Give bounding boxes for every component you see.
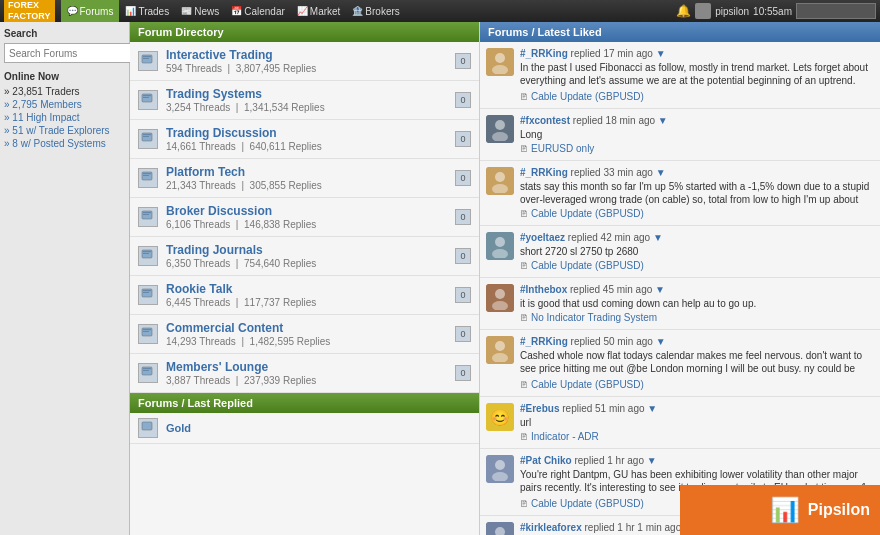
forum-badge: 0: [455, 209, 471, 225]
forum-name[interactable]: Trading Systems: [166, 87, 451, 101]
latest-liked-item[interactable]: #_RRKing replied 33 min ago ▼ stats say …: [480, 161, 880, 226]
online-now-title: Online Now: [4, 71, 125, 82]
sidebar-stat-link[interactable]: » 2,795 Members: [4, 99, 82, 110]
forum-name[interactable]: Trading Journals: [166, 243, 451, 257]
nav-item-news[interactable]: 📰News: [175, 0, 225, 22]
latest-liked-item[interactable]: #_RRKing replied 17 min ago ▼ In the pas…: [480, 42, 880, 109]
latest-thread-link[interactable]: 🖹EURUSD only: [520, 143, 874, 154]
forum-badge: 0: [455, 131, 471, 147]
latest-username[interactable]: #_RRKing: [520, 48, 568, 59]
arrow-icon: ▼: [656, 167, 666, 178]
latest-content: #yoeltaez replied 42 min ago ▼ short 272…: [520, 232, 874, 271]
link-icon: 🖹: [520, 261, 529, 271]
forum-name[interactable]: Members' Lounge: [166, 360, 451, 374]
svg-point-41: [492, 472, 508, 481]
latest-liked-item[interactable]: #_RRKing replied 50 min ago ▼ Cashed who…: [480, 330, 880, 397]
sidebar-stat-link[interactable]: » 51 w/ Trade Explorers: [4, 125, 110, 136]
nav-item-calendar[interactable]: 📅Calendar: [225, 0, 291, 22]
latest-liked-item[interactable]: 😊 #Erebus replied 51 min ago ▼ url 🖹Indi…: [480, 397, 880, 449]
forum-directory: Forum Directory Interactive Trading 594 …: [130, 22, 480, 535]
forum-list-item[interactable]: Trading Discussion 14,661 Threads | 640,…: [130, 120, 479, 159]
latest-text: it is good that usd coming down can help…: [520, 297, 874, 310]
forum-name[interactable]: Platform Tech: [166, 165, 451, 179]
sidebar-stat-link[interactable]: » 8 w/ Posted Systems: [4, 138, 106, 149]
latest-liked-item[interactable]: #fxcontest replied 18 min ago ▼ Long 🖹EU…: [480, 109, 880, 161]
forum-list-item[interactable]: Commercial Content 14,293 Threads | 1,48…: [130, 315, 479, 354]
forum-list-item[interactable]: Broker Discussion 6,106 Threads | 146,83…: [130, 198, 479, 237]
latest-username[interactable]: #Erebus: [520, 403, 559, 414]
forum-list-item[interactable]: Members' Lounge 3,887 Threads | 237,939 …: [130, 354, 479, 393]
forum-info: Trading Journals 6,350 Threads | 754,640…: [166, 243, 451, 269]
latest-avatar: [486, 232, 514, 260]
last-replied-item[interactable]: Gold: [130, 413, 479, 444]
svg-rect-19: [143, 290, 151, 291]
latest-liked-item[interactable]: #yoeltaez replied 42 min ago ▼ short 272…: [480, 226, 880, 278]
latest-meta: #Inthebox replied 45 min ago ▼: [520, 284, 874, 295]
forum-name[interactable]: Interactive Trading: [166, 48, 451, 62]
forum-list-item[interactable]: Platform Tech 21,343 Threads | 305,855 R…: [130, 159, 479, 198]
forum-icon: [138, 324, 158, 344]
latest-action: replied 17 min ago: [571, 48, 653, 59]
user-avatar[interactable]: [695, 3, 711, 19]
latest-thread-link[interactable]: 🖹Cable Update (GBPUSD): [520, 379, 874, 390]
nav-item-brokers[interactable]: 🏦Brokers: [346, 0, 405, 22]
svg-point-37: [492, 301, 508, 310]
link-icon: 🖹: [520, 499, 529, 509]
svg-rect-14: [143, 214, 149, 215]
latest-username[interactable]: #Inthebox: [520, 284, 567, 295]
arrow-icon: ▼: [656, 336, 666, 347]
latest-thread-link[interactable]: 🖹Cable Update (GBPUSD): [520, 208, 874, 219]
forum-list-item[interactable]: Trading Systems 3,254 Threads | 1,341,53…: [130, 81, 479, 120]
svg-rect-20: [143, 292, 149, 293]
latest-action: replied 45 min ago: [570, 284, 652, 295]
latest-username[interactable]: #fxcontest: [520, 115, 570, 126]
avatar: 😊: [486, 403, 514, 431]
nav-item-market[interactable]: 📈Market: [291, 0, 347, 22]
latest-username[interactable]: #_RRKing: [520, 336, 568, 347]
latest-username[interactable]: #Pat Chiko: [520, 455, 572, 466]
last-replied-label[interactable]: Gold: [166, 422, 191, 434]
forum-info: Rookie Talk 6,445 Threads | 117,737 Repl…: [166, 282, 451, 308]
avatar: [486, 48, 514, 76]
forum-name[interactable]: Trading Discussion: [166, 126, 451, 140]
latest-thread-link[interactable]: 🖹Cable Update (GBPUSD): [520, 91, 874, 102]
sidebar-search-row: 🔍: [4, 43, 125, 63]
latest-username[interactable]: #yoeltaez: [520, 232, 565, 243]
nav-item-trades[interactable]: 📊Trades: [119, 0, 175, 22]
latest-thread-link[interactable]: 🖹Indicator - ADR: [520, 431, 874, 442]
notifications-bell-icon[interactable]: 🔔: [676, 4, 691, 18]
latest-text: url: [520, 416, 874, 429]
arrow-icon: ▼: [647, 403, 657, 414]
forum-icon: [138, 90, 158, 110]
latest-thread-link[interactable]: 🖹Cable Update (GBPUSD): [520, 260, 874, 271]
forum-name[interactable]: Rookie Talk: [166, 282, 451, 296]
forum-info: Trading Discussion 14,661 Threads | 640,…: [166, 126, 451, 152]
sidebar-stat-link[interactable]: » 11 High Impact: [4, 112, 80, 123]
top-search-input[interactable]: [796, 3, 876, 19]
forum-badge: 0: [455, 53, 471, 69]
latest-liked-item[interactable]: #Inthebox replied 45 min ago ▼ it is goo…: [480, 278, 880, 330]
forum-list-item[interactable]: Trading Journals 6,350 Threads | 754,640…: [130, 237, 479, 276]
nav-icon: 📊: [125, 6, 136, 16]
forum-info: Platform Tech 21,343 Threads | 305,855 R…: [166, 165, 451, 191]
logo[interactable]: FOREX FACTORY: [4, 0, 55, 24]
latest-meta: #Pat Chiko replied 1 hr ago ▼: [520, 455, 874, 466]
latest-meta: #_RRKing replied 50 min ago ▼: [520, 336, 874, 347]
forum-name[interactable]: Broker Discussion: [166, 204, 451, 218]
svg-rect-8: [143, 136, 149, 137]
forum-list-item[interactable]: Rookie Talk 6,445 Threads | 117,737 Repl…: [130, 276, 479, 315]
nav-item-forums[interactable]: 💬Forums: [61, 0, 120, 22]
latest-username[interactable]: #kirkleaforex: [520, 522, 582, 533]
latest-thread-link[interactable]: 🖹No Indicator Trading System: [520, 312, 874, 323]
forum-list-item[interactable]: Interactive Trading 594 Threads | 3,807,…: [130, 42, 479, 81]
forum-icon: [138, 51, 158, 71]
link-icon: 🖹: [520, 92, 529, 102]
forum-stats: 14,293 Threads | 1,482,595 Replies: [166, 336, 451, 347]
sidebar-search-input[interactable]: [4, 43, 141, 63]
svg-rect-25: [143, 368, 151, 369]
forum-name[interactable]: Commercial Content: [166, 321, 451, 335]
nav-icon: 💬: [67, 6, 78, 16]
forum-icon: [138, 168, 158, 188]
latest-username[interactable]: #_RRKing: [520, 167, 568, 178]
sidebar-stat: » 11 High Impact: [4, 112, 125, 123]
